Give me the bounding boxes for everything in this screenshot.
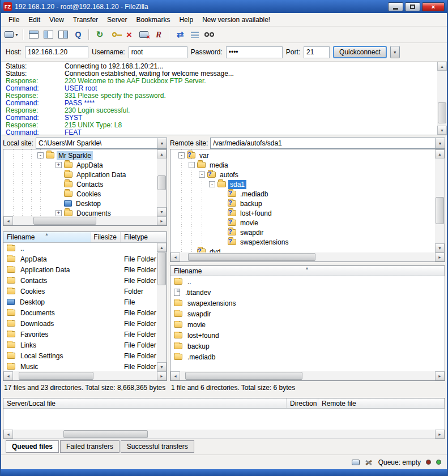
tree-item-swapdir[interactable]: swapdir <box>170 228 435 237</box>
remote-file-row[interactable]: lost+found <box>170 330 445 341</box>
close-button[interactable]: × <box>422 2 445 11</box>
tree-item-mediadb[interactable]: .mediadb <box>170 189 435 199</box>
scroll-thumb[interactable] <box>438 102 446 123</box>
scroll-thumb[interactable] <box>157 175 166 190</box>
scroll-thumb[interactable] <box>157 252 166 285</box>
column-header-direction[interactable]: Direction <box>287 398 318 408</box>
title-bar[interactable]: FZ 192.168.1.20 - root@192.168.1.20 - Fi… <box>1 0 447 13</box>
menu-help[interactable]: Help <box>174 14 198 26</box>
tree-item-lost-found[interactable]: lost+found <box>170 208 435 218</box>
scroll-track[interactable] <box>13 216 157 225</box>
reconnect-button[interactable]: R <box>152 28 165 41</box>
scroll-down-button[interactable]: ▼ <box>437 126 447 135</box>
remote-file-row[interactable]: swapdir <box>170 308 445 319</box>
column-header-filesize[interactable]: Filesize <box>91 232 121 242</box>
scroll-track[interactable] <box>437 71 447 126</box>
scroll-track[interactable] <box>157 252 167 362</box>
statusbar-tools-icon[interactable] <box>365 459 373 466</box>
local-file-row[interactable]: DesktopFile <box>3 297 157 307</box>
local-list-horizontal-scrollbar[interactable]: ◄ ► <box>3 371 167 380</box>
toggle-queue-button[interactable]: Q <box>72 28 84 41</box>
port-input[interactable] <box>304 46 330 58</box>
scroll-thumb[interactable] <box>63 430 148 438</box>
scroll-track[interactable] <box>13 371 157 380</box>
local-splitter[interactable] <box>3 226 167 231</box>
tree-item-autofs[interactable]: -autofs <box>170 170 435 179</box>
scroll-down-button[interactable]: ▼ <box>435 243 445 252</box>
remote-file-row[interactable]: .. <box>170 276 445 287</box>
local-file-row[interactable]: ContactsFile Folder <box>3 275 157 286</box>
toggle-local-tree-button[interactable] <box>42 28 55 41</box>
tree-item-cookies[interactable]: Cookies <box>3 189 157 199</box>
expander-icon[interactable]: - <box>37 152 44 158</box>
remote-tree-vertical-scrollbar[interactable]: ▲ ▼ <box>435 149 445 252</box>
menu-server[interactable]: Server <box>103 14 131 26</box>
local-tree-vertical-scrollbar[interactable]: ▲ ▼ <box>157 149 167 216</box>
tab-successful-transfers[interactable]: Successful transfers <box>121 440 194 453</box>
toggle-remote-tree-button[interactable] <box>57 28 70 41</box>
scroll-right-button[interactable]: ► <box>435 371 445 380</box>
username-input[interactable] <box>129 46 187 58</box>
local-file-row[interactable]: .. <box>3 243 157 254</box>
tree-item-application-data[interactable]: Application Data <box>3 170 157 179</box>
column-header-server-local-file[interactable]: Server/Local file <box>3 398 287 408</box>
column-header-filename[interactable]: Filename▲ <box>3 232 91 242</box>
local-file-row[interactable]: DocumentsFile Folder <box>3 307 157 318</box>
tree-item-backup[interactable]: backup <box>170 199 435 208</box>
scroll-thumb[interactable] <box>188 253 315 261</box>
tree-item-contacts[interactable]: Contacts <box>3 179 157 189</box>
toggle-message-log-button[interactable] <box>28 28 40 41</box>
combo-dropdown-button[interactable]: ▼ <box>435 138 445 148</box>
scroll-down-button[interactable]: ▼ <box>157 207 167 216</box>
tree-item-desktop[interactable]: Desktop <box>3 199 157 208</box>
local-file-row[interactable]: DownloadsFile Folder <box>3 318 157 329</box>
scroll-left-button[interactable]: ◄ <box>3 216 13 225</box>
expander-icon[interactable]: - <box>209 181 215 187</box>
host-input[interactable] <box>25 46 88 58</box>
scroll-right-button[interactable]: ► <box>157 216 167 225</box>
disconnect-button[interactable]: × <box>138 28 150 41</box>
local-file-row[interactable]: Local SettingsFile Folder <box>3 350 157 361</box>
scroll-right-button[interactable]: ► <box>157 371 167 380</box>
directory-comparison-button[interactable]: ⇄ <box>174 28 186 41</box>
remote-file-row[interactable]: movie <box>170 319 445 330</box>
scroll-up-button[interactable]: ▲ <box>157 243 167 252</box>
scroll-thumb[interactable] <box>33 217 97 225</box>
tree-item-movie[interactable]: movie <box>170 218 435 228</box>
scroll-down-button[interactable]: ▼ <box>157 362 167 371</box>
scroll-thumb[interactable] <box>436 197 444 224</box>
scroll-left-button[interactable]: ◄ <box>3 371 13 380</box>
combo-dropdown-button[interactable]: ▼ <box>157 138 167 148</box>
tab-failed-transfers[interactable]: Failed transfers <box>60 440 120 453</box>
column-header-filetype[interactable]: Filetype <box>121 232 167 242</box>
menu-new-version[interactable]: New version available! <box>198 14 275 26</box>
quickconnect-dropdown-button[interactable]: ▼ <box>390 46 400 58</box>
remote-list-horizontal-scrollbar[interactable]: ◄ ► <box>170 371 445 380</box>
cancel-button[interactable]: × <box>123 28 135 41</box>
menu-edit[interactable]: Edit <box>24 14 45 26</box>
scroll-right-button[interactable]: ► <box>435 430 445 439</box>
tree-item-media[interactable]: -media <box>170 160 435 170</box>
remote-file-row[interactable]: backup <box>170 341 445 351</box>
tree-item-var[interactable]: -var <box>170 151 435 160</box>
expander-icon[interactable]: - <box>199 171 205 178</box>
local-site-combobox[interactable]: C:\Users\Mr Sparkle\ ▼ <box>36 138 167 149</box>
tree-item-sda1[interactable]: -sda1 <box>170 179 435 189</box>
site-manager-button[interactable]: ▼ <box>5 28 19 41</box>
maximize-button[interactable] <box>405 2 420 11</box>
column-header-remote-file[interactable]: Remote file <box>318 398 445 408</box>
remote-file-row[interactable]: swapextensions <box>170 298 445 308</box>
scroll-up-button[interactable]: ▲ <box>437 62 447 71</box>
refresh-button[interactable]: ↻ <box>93 28 106 41</box>
menu-transfer[interactable]: Transfer <box>69 14 103 26</box>
scroll-left-button[interactable]: ◄ <box>170 252 180 261</box>
local-file-row[interactable]: LinksFile Folder <box>3 340 157 350</box>
menu-view[interactable]: View <box>45 14 69 26</box>
scroll-up-button[interactable]: ▲ <box>157 149 167 158</box>
tree-item-swapextensions[interactable]: swapextensions <box>170 237 435 247</box>
statusbar-connection-icon[interactable] <box>352 460 360 465</box>
scroll-thumb[interactable] <box>185 372 302 380</box>
synchronized-browsing-button[interactable] <box>189 28 201 41</box>
local-list-vertical-scrollbar[interactable]: ▲ ▼ <box>157 243 167 371</box>
scroll-left-button[interactable]: ◄ <box>170 371 180 380</box>
